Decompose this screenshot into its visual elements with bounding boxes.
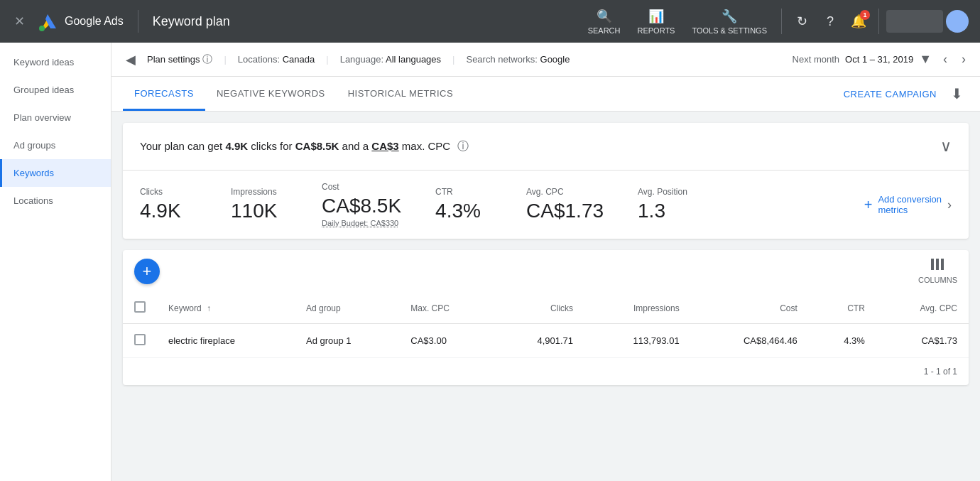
tab-negative-keywords[interactable]: NEGATIVE KEYWORDS — [205, 77, 337, 111]
svg-rect-5 — [936, 259, 939, 270]
th-ad-group[interactable]: Ad group — [295, 293, 399, 324]
create-campaign-button[interactable]: CREATE CAMPAIGN — [835, 83, 945, 105]
search-icon: 🔍 — [597, 9, 612, 24]
sidebar-item-plan-overview[interactable]: Plan overview — [0, 104, 111, 131]
info-icon[interactable]: ⓘ — [202, 53, 212, 66]
app-body: Keyword ideas Grouped ideas Plan overvie… — [0, 43, 980, 481]
suffix-text: max. CPC — [399, 140, 451, 152]
plan-settings-label: Plan settings — [147, 54, 200, 65]
download-icon: ⬇ — [951, 86, 963, 102]
reports-nav-label: REPORTS — [637, 26, 675, 35]
sub-header-bar: ◀ Plan settings ⓘ | Locations: Canada | … — [111, 43, 980, 77]
columns-label: COLUMNS — [918, 276, 957, 284]
row-checkbox[interactable] — [134, 334, 146, 345]
th-clicks[interactable]: Clicks — [494, 293, 584, 324]
date-range-selector: Next month Oct 1 – 31, 2019 ▼ — [793, 52, 932, 67]
th-ad-group-label: Ad group — [306, 303, 341, 313]
th-impressions[interactable]: Impressions — [584, 293, 691, 324]
th-cost[interactable]: Cost — [691, 293, 809, 324]
avg-cpc-metric-value: CA$1.73 — [526, 200, 604, 222]
svg-point-3 — [39, 26, 45, 31]
keyword-table-area: + COLUMNS — [123, 250, 969, 385]
network-label: Search networks: — [466, 54, 537, 65]
divider3: | — [452, 54, 454, 65]
clicks-metric-value: 4.9K — [140, 200, 197, 222]
refresh-button[interactable]: ↻ — [789, 9, 815, 34]
table-toolbar: + COLUMNS — [123, 250, 969, 293]
impressions-metric-value: 110K — [231, 200, 288, 222]
tools-nav-button[interactable]: 🔧 TOOLS & SETTINGS — [685, 4, 774, 39]
nav-separator-2 — [878, 9, 879, 34]
collapse-button[interactable]: ∨ — [940, 137, 952, 156]
columns-button[interactable]: COLUMNS — [918, 259, 957, 284]
tab-historical-metrics-label: HISTORICAL METRICS — [348, 88, 453, 99]
help-circle-icon[interactable]: ⓘ — [457, 140, 469, 152]
th-keyword[interactable]: Keyword ↑ — [157, 293, 295, 324]
row-ctr: 4.3% — [809, 324, 876, 358]
add-conversion-button[interactable]: + Add conversion metrics › — [864, 194, 952, 215]
add-conversion-label: Add conversion metrics — [878, 194, 942, 215]
table-header-row: Keyword ↑ Ad group Max. CPC Clicks — [123, 293, 969, 324]
tools-nav-label: TOOLS & SETTINGS — [692, 26, 767, 35]
tabs-row: FORECASTS NEGATIVE KEYWORDS HISTORICAL M… — [111, 77, 980, 112]
create-campaign-label: CREATE CAMPAIGN — [844, 89, 937, 99]
avg-position-label: Avg. Position — [638, 187, 695, 197]
date-dropdown-icon[interactable]: ▼ — [919, 52, 932, 67]
download-button[interactable]: ⬇ — [945, 82, 969, 105]
cost-metric-value: CA$8.5K — [322, 195, 401, 217]
svg-rect-6 — [941, 259, 944, 270]
location-label: Locations: — [238, 54, 280, 65]
row-max-cpc: CA$3.00 — [399, 324, 494, 358]
prev-arrow[interactable]: ‹ — [940, 49, 950, 70]
user-avatar[interactable] — [946, 10, 969, 33]
sidebar: Keyword ideas Grouped ideas Plan overvie… — [0, 43, 111, 481]
sidebar-item-locations[interactable]: Locations — [0, 187, 111, 215]
metric-impressions: Impressions 110K — [231, 187, 288, 222]
nav-icons: 🔍 SEARCH 📊 REPORTS 🔧 TOOLS & SETTINGS ↻ … — [581, 4, 969, 39]
next-arrow[interactable]: › — [959, 49, 969, 70]
nav-separator — [781, 9, 782, 34]
row-clicks: 4,901.71 — [494, 324, 584, 358]
avg-position-metric-value: 1.3 — [638, 200, 695, 222]
back-button[interactable]: ◀ — [123, 49, 138, 70]
summary-header: Your plan can get 4.9K clicks for CA$8.5… — [123, 123, 969, 171]
sidebar-item-grouped-ideas[interactable]: Grouped ideas — [0, 76, 111, 104]
tab-forecasts-label: FORECASTS — [134, 88, 194, 99]
cost-value: CA$8.5K — [295, 140, 339, 152]
user-account-blurred[interactable] — [886, 10, 943, 33]
sidebar-item-label: Keywords — [13, 168, 54, 178]
add-keyword-button[interactable]: + — [134, 259, 160, 284]
tab-forecasts[interactable]: FORECASTS — [123, 77, 205, 111]
sidebar-item-keyword-ideas[interactable]: Keyword ideas — [0, 48, 111, 76]
tab-historical-metrics[interactable]: HISTORICAL METRICS — [337, 77, 464, 111]
and-text: and a — [339, 140, 371, 152]
refresh-icon: ↻ — [797, 13, 807, 29]
th-ctr-label: CTR — [847, 303, 865, 313]
sidebar-item-ad-groups[interactable]: Ad groups — [0, 131, 111, 159]
daily-budget: Daily Budget: CA$330 — [322, 219, 401, 227]
language-meta: Language: All languages — [340, 54, 441, 65]
impressions-label: Impressions — [231, 187, 288, 197]
th-ctr[interactable]: CTR — [809, 293, 876, 324]
network-meta: Search networks: Google — [466, 54, 570, 65]
tab-negative-keywords-label: NEGATIVE KEYWORDS — [217, 88, 325, 99]
app-name: Google Ads — [65, 15, 124, 28]
sort-asc-icon: ↑ — [207, 303, 211, 313]
th-checkbox — [123, 293, 157, 324]
notifications-button[interactable]: 🔔 1 — [846, 9, 871, 34]
headline-prefix: Your plan can get — [140, 140, 225, 152]
th-max-cpc[interactable]: Max. CPC — [399, 293, 494, 324]
ctr-label: CTR — [435, 187, 492, 197]
close-button[interactable]: ✕ — [11, 11, 28, 32]
metric-ctr: CTR 4.3% — [435, 187, 492, 222]
th-avg-cpc[interactable]: Avg. CPC — [876, 293, 969, 324]
reports-nav-button[interactable]: 📊 REPORTS — [630, 4, 682, 39]
svg-rect-4 — [931, 259, 934, 270]
select-all-checkbox[interactable] — [134, 301, 146, 313]
sidebar-item-keywords[interactable]: Keywords — [0, 159, 111, 187]
help-button[interactable]: ? — [817, 9, 843, 34]
search-nav-button[interactable]: 🔍 SEARCH — [581, 4, 628, 39]
nav-divider — [138, 10, 138, 33]
date-range-value: Oct 1 – 31, 2019 — [845, 54, 913, 65]
main-content: ◀ Plan settings ⓘ | Locations: Canada | … — [111, 43, 980, 481]
